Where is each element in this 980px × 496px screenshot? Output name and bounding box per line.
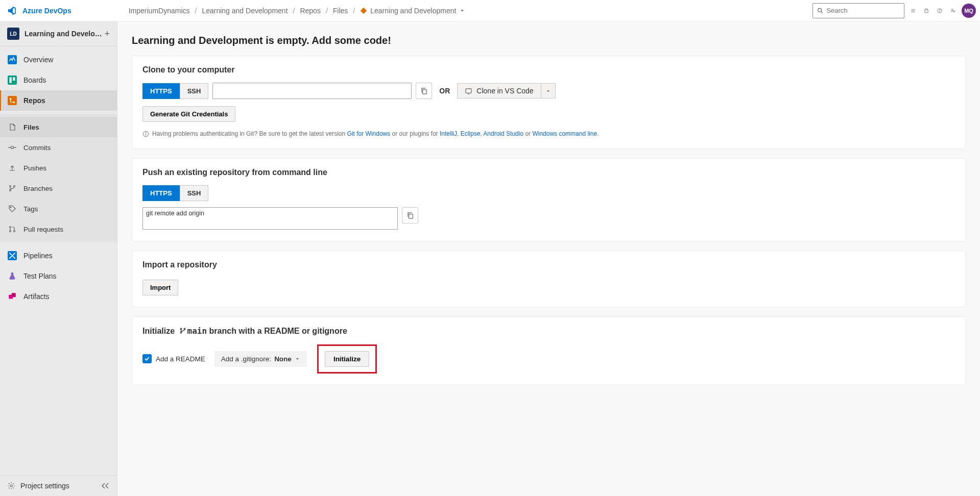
initialize-highlight-box: Initialize [317, 344, 377, 374]
copy-clone-url-button[interactable] [416, 83, 432, 99]
svg-rect-26 [12, 293, 16, 297]
sidebar-item-overview[interactable]: Overview [0, 49, 117, 70]
svg-point-4 [940, 12, 940, 12]
auth-help-text: Having problems authenticating in Git? B… [142, 130, 955, 137]
logo-area[interactable]: Azure DevOps [4, 6, 76, 16]
sidebar-item-repos[interactable]: Repos [0, 90, 117, 111]
push-command-textarea[interactable]: git remote add origin [142, 207, 398, 230]
sidebar-item-boards[interactable]: Boards [0, 70, 117, 90]
sidebar-sub-branches[interactable]: Branches [0, 178, 117, 199]
svg-point-17 [10, 186, 11, 187]
clone-card: Clone to your computer HTTPS SSH OR Clon… [132, 56, 966, 149]
svg-rect-29 [466, 88, 471, 92]
push-tab-https[interactable]: HTTPS [142, 185, 180, 201]
svg-point-34 [180, 328, 182, 330]
pullrequest-icon [7, 224, 17, 234]
svg-point-35 [180, 332, 182, 333]
clone-tab-ssh[interactable]: SSH [180, 83, 209, 99]
svg-point-18 [10, 190, 11, 191]
user-settings-icon[interactable] [948, 6, 958, 15]
svg-point-21 [10, 227, 11, 228]
clone-protocol-tabs: HTTPS SSH [142, 83, 208, 99]
svg-rect-0 [361, 7, 367, 13]
sidebar-item-testplans[interactable]: Test Plans [0, 266, 117, 286]
clone-vscode-button[interactable]: Clone in VS Code [457, 83, 541, 98]
sidebar-sub-pullrequests[interactable]: Pull requests [0, 219, 117, 239]
initialize-card: Initialize main branch with a README or … [132, 316, 966, 385]
import-button[interactable]: Import [142, 280, 178, 295]
chevron-down-icon [459, 8, 465, 14]
collapse-sidebar-icon[interactable] [101, 482, 110, 489]
sidebar-sub-files[interactable]: Files [0, 117, 117, 137]
testplans-icon [7, 271, 17, 281]
project-tile-icon: LD [7, 28, 19, 40]
repos-icon [7, 95, 17, 106]
chevron-down-icon [295, 356, 300, 362]
sidebar-sub-commits[interactable]: Commits [0, 137, 117, 158]
copy-push-cmd-button[interactable] [402, 207, 418, 224]
gitignore-dropdown[interactable]: Add a .gitignore: None [214, 351, 307, 367]
link-windows-cmd[interactable]: Windows command line [532, 130, 597, 137]
project-settings-link[interactable]: Project settings [7, 482, 69, 490]
svg-point-27 [10, 485, 12, 487]
breadcrumb-repo-name: Learning and Development [370, 7, 456, 15]
breadcrumb-project[interactable]: Learning and Development [200, 7, 290, 15]
initialize-heading: Initialize main branch with a README or … [142, 326, 955, 336]
clone-url-input[interactable] [212, 83, 412, 99]
shopping-bag-icon[interactable] [922, 6, 931, 15]
breadcrumb-files[interactable]: Files [331, 7, 350, 15]
clone-vscode-dropdown[interactable] [541, 83, 556, 98]
chevron-down-icon [545, 88, 551, 94]
svg-point-14 [11, 146, 14, 149]
initialize-button[interactable]: Initialize [325, 351, 369, 367]
sidebar-sub-tags[interactable]: Tags [0, 199, 117, 219]
commit-icon [7, 142, 17, 153]
sidebar-sub-pushes[interactable]: Pushes [0, 158, 117, 178]
svg-point-20 [10, 207, 11, 208]
svg-point-13 [13, 102, 15, 103]
link-intellij[interactable]: IntelliJ [440, 130, 457, 137]
push-tab-ssh[interactable]: SSH [180, 185, 209, 201]
info-icon [142, 131, 149, 137]
svg-point-1 [818, 8, 822, 12]
add-readme-checkbox[interactable]: Add a README [142, 354, 205, 363]
help-icon[interactable] [935, 6, 944, 15]
project-header[interactable]: LD Learning and Develop... + [0, 21, 117, 46]
file-icon [7, 122, 17, 132]
branch-icon [179, 327, 186, 334]
tag-icon [7, 204, 17, 214]
svg-rect-28 [423, 89, 427, 93]
add-project-button[interactable]: + [104, 29, 110, 39]
search-input[interactable] [826, 7, 900, 14]
svg-point-32 [146, 132, 146, 133]
sidebar: LD Learning and Develop... + Overview Bo… [0, 21, 117, 496]
generate-credentials-button[interactable]: Generate Git Credentials [142, 106, 235, 122]
user-avatar[interactable]: MQ [962, 4, 976, 18]
svg-point-22 [10, 231, 11, 232]
search-box[interactable] [812, 3, 904, 18]
clone-tab-https[interactable]: HTTPS [142, 83, 180, 99]
clone-heading: Clone to your computer [142, 65, 955, 75]
breadcrumb-repo-selector[interactable]: Learning and Development [358, 7, 467, 15]
svg-rect-11 [8, 96, 17, 105]
sidebar-item-artifacts[interactable]: Artifacts [0, 286, 117, 307]
svg-point-36 [184, 328, 185, 330]
copy-icon [407, 212, 414, 219]
gear-icon [7, 482, 15, 490]
link-eclipse[interactable]: Eclipse [461, 130, 481, 137]
project-name: Learning and Develop... [25, 30, 104, 38]
svg-line-2 [821, 11, 823, 13]
link-git-windows[interactable]: Git for Windows [347, 130, 391, 137]
svg-rect-10 [13, 77, 15, 81]
artifacts-icon [7, 291, 17, 302]
breadcrumb-org[interactable]: ImperiumDynamics [127, 7, 192, 15]
sidebar-item-pipelines[interactable]: Pipelines [0, 245, 117, 266]
import-card: Import a repository Import [132, 251, 966, 307]
push-heading: Push an existing repository from command… [142, 168, 955, 177]
product-name: Azure DevOps [22, 7, 71, 15]
breadcrumb-repos[interactable]: Repos [298, 7, 322, 15]
link-android-studio[interactable]: Android Studio [483, 130, 523, 137]
svg-point-19 [14, 186, 15, 187]
list-icon[interactable] [909, 6, 918, 15]
import-heading: Import a repository [142, 260, 955, 269]
